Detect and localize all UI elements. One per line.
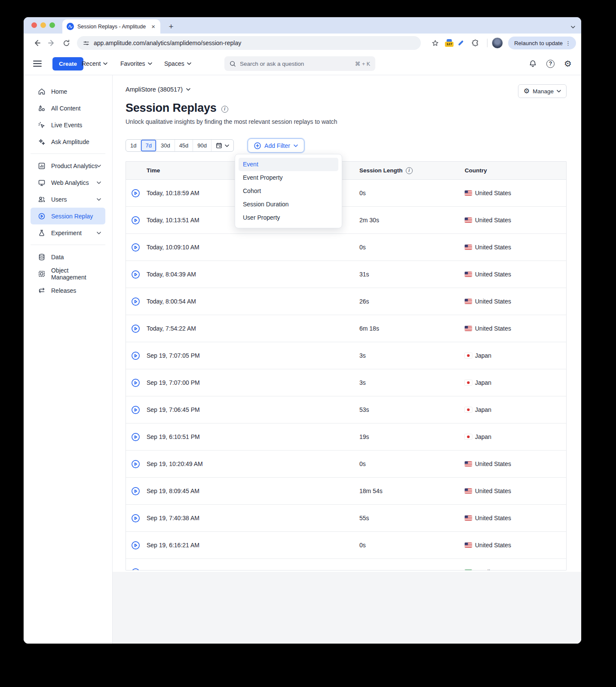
close-window-button[interactable] [31, 22, 37, 28]
menu-item-session-duration[interactable]: Session Duration [239, 198, 338, 211]
menu-item-cohort[interactable]: Cohort [239, 184, 338, 198]
table-row[interactable]: Sep 19, 6:16:21 AM 0s United States [126, 532, 566, 559]
session-length-info-icon[interactable]: i [406, 167, 413, 174]
add-filter-button[interactable]: Add Filter [248, 138, 304, 153]
sidebar-item-live-events[interactable]: Live Events [31, 117, 105, 133]
extensions-puzzle-icon[interactable] [468, 36, 483, 50]
range-1d-button[interactable]: 1d [126, 140, 141, 151]
table-row[interactable]: Today, 8:00:54 AM 26s United States [126, 288, 566, 315]
calendar-icon [216, 142, 222, 149]
help-icon[interactable]: ? [546, 60, 555, 68]
manage-button[interactable]: ⚙ Manage [518, 84, 567, 98]
range-45d-button[interactable]: 45d [175, 140, 193, 151]
spaces-menu[interactable]: Spaces [164, 60, 191, 67]
play-replay-icon[interactable] [131, 351, 140, 360]
pen-extension-icon[interactable] [458, 40, 464, 46]
forward-icon[interactable] [44, 36, 59, 50]
page-title: Session Replays [126, 101, 217, 115]
table-row[interactable]: Sep 19, 10:20:49 AM 0s United States [126, 451, 566, 478]
range-7d-button[interactable]: 7d [141, 140, 156, 151]
browser-toolbar: app.amplitude.com/analytics/amplidemo/se… [24, 34, 581, 52]
url-bar[interactable]: app.amplitude.com/analytics/amplidemo/se… [77, 36, 421, 50]
row-country: United States [475, 298, 511, 305]
maximize-window-button[interactable] [49, 22, 55, 28]
new-tab-button[interactable]: + [165, 21, 177, 32]
range-90d-button[interactable]: 90d [193, 140, 211, 151]
reload-icon[interactable] [59, 36, 74, 50]
play-replay-icon[interactable] [131, 270, 140, 279]
recent-menu[interactable]: Recent [82, 60, 107, 67]
sidebar-item-experiment[interactable]: Experiment [31, 224, 105, 241]
menu-item-event-property[interactable]: Event Property [239, 171, 338, 184]
sidebar-item-ask-amplitude[interactable]: Ask Amplitude [31, 133, 105, 150]
table-row[interactable]: Today, 10:13:51 AM 2m 30s United States [126, 207, 566, 234]
play-replay-icon[interactable] [131, 243, 140, 252]
tab-close-icon[interactable]: × [150, 23, 156, 30]
table-row[interactable]: Sep 19, 5:48:58 AM 0s Brazil [126, 559, 566, 570]
play-replay-icon[interactable] [131, 189, 140, 198]
row-length: 53s [359, 406, 465, 413]
play-replay-icon[interactable] [131, 297, 140, 306]
play-replay-icon[interactable] [131, 405, 140, 414]
site-settings-icon[interactable] [83, 40, 89, 46]
sidebar-item-object-management[interactable]: Object Management [31, 265, 105, 282]
browser-menu-icon[interactable]: ⋮ [563, 40, 573, 46]
table-row[interactable]: Today, 10:09:10 AM 0s United States [126, 234, 566, 261]
relaunch-button[interactable]: Relaunch to update ⋮ [508, 37, 576, 49]
play-replay-icon[interactable] [131, 487, 140, 496]
row-country-cell: United States [465, 190, 567, 196]
play-replay-icon[interactable] [131, 432, 140, 442]
row-country-cell: United States [465, 515, 567, 521]
table-header: Time Session Length i Country [126, 162, 566, 180]
table-row[interactable]: Sep 19, 7:06:45 PM 53s Japan [126, 396, 566, 423]
table-row[interactable]: Sep 19, 6:10:51 PM 19s Japan [126, 423, 566, 451]
sidebar-item-data[interactable]: Data [31, 248, 105, 265]
minimize-window-button[interactable] [40, 22, 46, 28]
settings-gear-icon[interactable]: ⚙ [564, 59, 572, 68]
play-replay-icon[interactable] [131, 568, 140, 571]
play-replay-icon[interactable] [131, 216, 140, 225]
search-input[interactable]: Search or ask a question ⌘ + K [224, 56, 375, 71]
project-selector[interactable]: AmpliStore (380517) [126, 86, 190, 93]
sidebar-item-releases[interactable]: Releases [31, 282, 105, 299]
all-content-icon [38, 104, 46, 112]
sidebar-item-product-analytics[interactable]: Product Analytics [31, 157, 105, 174]
table-row[interactable]: Sep 19, 7:07:05 PM 3s Japan [126, 342, 566, 369]
notifications-bell-icon[interactable] [529, 60, 537, 68]
row-length: 0s [359, 542, 465, 549]
back-icon[interactable] [30, 36, 44, 50]
create-button[interactable]: Create [52, 57, 83, 71]
table-row[interactable]: Sep 19, 7:40:38 AM 55s United States [126, 505, 566, 532]
custom-date-button[interactable] [211, 140, 233, 151]
sidebar-item-web-analytics[interactable]: Web Analytics [31, 174, 105, 191]
play-replay-icon[interactable] [131, 541, 140, 550]
title-info-icon[interactable]: i [221, 106, 228, 113]
column-country: Country [465, 167, 567, 174]
extension-badge-icon[interactable]: 127 [445, 39, 454, 47]
table-row[interactable]: Sep 19, 7:07:00 PM 3s Japan [126, 369, 566, 396]
favorites-menu[interactable]: Favorites [120, 60, 152, 67]
hamburger-menu-icon[interactable] [33, 60, 42, 67]
profile-avatar[interactable] [492, 37, 503, 49]
sidebar-item-home[interactable]: Home [31, 83, 105, 100]
table-row[interactable]: Today, 7:54:22 AM 6m 18s United States [126, 315, 566, 342]
table-row[interactable]: Sep 19, 8:09:45 AM 18m 54s United States [126, 478, 566, 505]
releases-icon [38, 287, 46, 294]
row-time: Today, 10:09:10 AM [147, 244, 359, 251]
sidebar-item-all-content[interactable]: All Content [31, 100, 105, 117]
sidebar-item-users[interactable]: Users [31, 191, 105, 208]
bookmark-star-icon[interactable] [428, 36, 442, 50]
browser-tab[interactable]: Session Replays - Amplitude × [62, 19, 160, 34]
table-row[interactable]: Today, 8:04:39 AM 31s United States [126, 261, 566, 288]
menu-item-user-property[interactable]: User Property [239, 211, 338, 224]
range-30d-button[interactable]: 30d [156, 140, 175, 151]
sidebar-item-session-replay[interactable]: Session Replay [31, 208, 105, 224]
tab-search-chevron-icon[interactable] [571, 22, 575, 30]
country-flag-icon [465, 434, 472, 439]
play-replay-icon[interactable] [131, 514, 140, 523]
menu-item-event[interactable]: Event [239, 158, 338, 171]
play-replay-icon[interactable] [131, 378, 140, 387]
table-row[interactable]: Today, 10:18:59 AM 0s United States [126, 180, 566, 207]
play-replay-icon[interactable] [131, 324, 140, 333]
play-replay-icon[interactable] [131, 460, 140, 469]
